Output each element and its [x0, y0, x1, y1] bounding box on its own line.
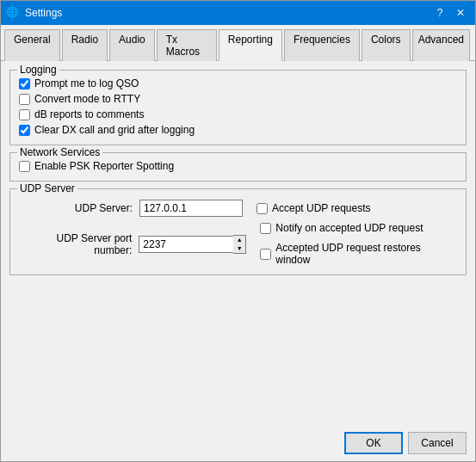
spinner-down-button[interactable]: ▼: [233, 244, 245, 253]
logging-label-2: dB reports to comments: [34, 108, 144, 120]
title-bar-buttons: ? ✕: [430, 5, 470, 21]
network-group: Network Services Enable PSK Reporter Spo…: [9, 152, 467, 182]
udp-port-label: UDP Server port number:: [19, 232, 139, 256]
logging-item-0: Prompt me to log QSO: [19, 77, 457, 89]
restore-udp-label: Accepted UDP request restores window: [275, 242, 457, 266]
notify-udp-label: Notify on accepted UDP request: [275, 222, 423, 234]
tab-advanced[interactable]: Advanced: [412, 29, 470, 61]
settings-window: 🌐 Settings ? ✕ General Radio Audio Tx Ma…: [0, 0, 476, 462]
tab-radio[interactable]: Radio: [62, 29, 108, 61]
udp-server-input[interactable]: [139, 200, 243, 217]
cancel-button[interactable]: Cancel: [408, 432, 467, 454]
close-button[interactable]: ✕: [451, 5, 470, 21]
accept-udp-checkbox[interactable]: [257, 203, 268, 214]
udp-server-label: UDP Server:: [19, 202, 139, 214]
udp-check-2: Accepted UDP request restores window: [260, 242, 457, 266]
app-icon: 🌐: [6, 6, 20, 20]
tab-audio[interactable]: Audio: [109, 29, 155, 61]
spinner-buttons: ▲ ▼: [233, 235, 246, 254]
udp-check-0: Accept UDP requests: [257, 202, 371, 214]
tab-tx-macros[interactable]: Tx Macros: [157, 29, 217, 61]
logging-group: Logging Prompt me to log QSO Convert mod…: [9, 70, 467, 145]
tab-frequencies[interactable]: Frequencies: [284, 29, 360, 61]
ok-button[interactable]: OK: [344, 432, 403, 454]
help-button[interactable]: ?: [430, 5, 449, 21]
title-bar-left: 🌐 Settings: [6, 6, 62, 20]
udp-check-1: Notify on accepted UDP request: [260, 222, 457, 234]
tab-general[interactable]: General: [4, 29, 60, 61]
udp-port-input[interactable]: [139, 236, 233, 253]
notify-udp-checkbox[interactable]: [260, 223, 271, 234]
logging-checkbox-0[interactable]: [19, 78, 30, 89]
logging-group-label: Logging: [17, 64, 59, 76]
udp-group: UDP Server UDP Server: Accept UDP reques…: [9, 188, 467, 275]
tab-bar: General Radio Audio Tx Macros Reporting …: [1, 25, 475, 61]
udp-right-checkboxes-1: Accept UDP requests: [257, 202, 371, 214]
udp-rows: UDP Server: Accept UDP requests UDP Serv…: [19, 200, 457, 266]
network-checkbox-0[interactable]: [19, 161, 30, 172]
network-group-label: Network Services: [17, 146, 102, 158]
udp-group-label: UDP Server: [17, 182, 77, 194]
logging-label-0: Prompt me to log QSO: [34, 77, 139, 89]
footer: OK Cancel: [1, 425, 475, 461]
udp-port-spinner: ▲ ▼: [139, 235, 246, 254]
tab-content: Logging Prompt me to log QSO Convert mod…: [1, 61, 475, 425]
logging-label-1: Convert mode to RTTY: [34, 93, 140, 105]
logging-item-1: Convert mode to RTTY: [19, 93, 457, 105]
restore-udp-checkbox[interactable]: [260, 249, 271, 260]
logging-checkbox-2[interactable]: [19, 109, 30, 120]
udp-server-row: UDP Server: Accept UDP requests: [19, 200, 457, 217]
udp-port-row: UDP Server port number: ▲ ▼ Notify on ac…: [19, 222, 457, 266]
title-bar: 🌐 Settings ? ✕: [1, 1, 475, 25]
logging-label-3: Clear DX call and grid after logging: [34, 124, 195, 136]
logging-checkbox-3[interactable]: [19, 125, 30, 136]
network-item-0: Enable PSK Reporter Spotting: [19, 160, 457, 172]
logging-checkbox-1[interactable]: [19, 94, 30, 105]
tab-reporting[interactable]: Reporting: [219, 29, 282, 61]
spinner-up-button[interactable]: ▲: [233, 236, 245, 244]
logging-item-2: dB reports to comments: [19, 108, 457, 120]
logging-item-3: Clear DX call and grid after logging: [19, 124, 457, 136]
udp-right-checkboxes-2: Notify on accepted UDP request Accepted …: [260, 222, 457, 266]
network-label-0: Enable PSK Reporter Spotting: [34, 160, 174, 172]
accept-udp-label: Accept UDP requests: [272, 202, 371, 214]
tab-colors[interactable]: Colors: [362, 29, 411, 61]
window-title: Settings: [25, 7, 62, 19]
